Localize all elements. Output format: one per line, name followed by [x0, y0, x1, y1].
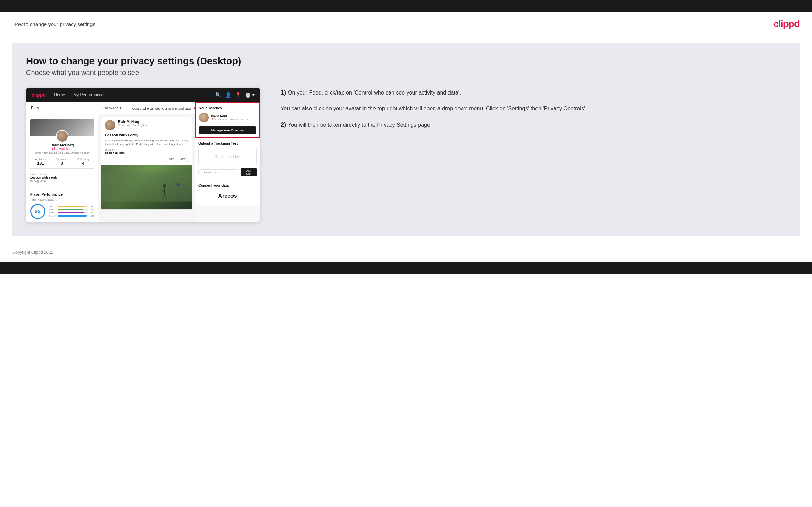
app-main: Following ▾ Control who can see your act…: [98, 102, 195, 222]
trackman-section: Upload a Trackman Test Trackman Link Add…: [195, 138, 260, 180]
header-title: How to change your privacy settings: [12, 21, 95, 27]
tag-ott: OTT: [166, 157, 176, 162]
app-nav-right: 🔍 👤 📍 ⬤ ▾: [215, 92, 255, 98]
connect-title: Connect your data: [198, 184, 257, 187]
followers-value: 3: [56, 161, 67, 166]
tpq-label: Total Player Quality ⓘ: [30, 198, 94, 202]
trackman-title: Upload a Trackman Test: [198, 142, 257, 145]
app-nav-performance[interactable]: My Performance: [73, 92, 104, 97]
coaches-section: Your Coaches David Ford 📍 Royal North De…: [195, 102, 260, 138]
profile-divider: [30, 168, 94, 169]
instruction-2: 2) You will then be taken directly to th…: [281, 120, 779, 130]
profile-name: Blair McHarg: [30, 143, 94, 147]
add-link-button[interactable]: Add Link: [241, 168, 257, 176]
app-sidebar: Feed Blair McHarg Plus Handicap Royal No…: [26, 102, 98, 222]
top-bar: [0, 0, 812, 12]
post-tags: OTT APP: [101, 157, 192, 165]
post-title: Lesson with Fordy: [101, 133, 192, 139]
tpq-circle: 92: [30, 204, 45, 219]
control-link[interactable]: Control who can see your activity and da…: [132, 107, 191, 110]
tpq-container: 92 OTT 90 APP 85: [30, 204, 94, 219]
bar-ott: OTT 90: [49, 205, 94, 208]
post-avatar: [105, 120, 115, 130]
control-link-container: Control who can see your activity and da…: [132, 105, 191, 111]
profile-avatar: [56, 130, 68, 142]
post-header: Blair McHarg Yesterday · Sunningdale: [101, 117, 192, 133]
header: How to change your privacy settings clip…: [0, 12, 812, 36]
followers-label: Followers: [56, 158, 67, 161]
bar-app: APP 85: [49, 208, 94, 211]
profile-stats: Activities 131 Followers 3 Following 4: [30, 158, 94, 166]
tag-app: APP: [178, 157, 188, 162]
coach-location-icon: 📍: [211, 118, 214, 121]
activities-value: 131: [35, 161, 46, 166]
location-icon[interactable]: 📍: [235, 92, 241, 98]
trackman-placeholder-text: Trackman Link: [202, 155, 253, 159]
app-logo: clippd: [32, 92, 46, 98]
app-nav-home[interactable]: Home: [54, 92, 65, 97]
instruction-1-extra: You can also click on your avatar in the…: [281, 106, 586, 111]
post-duration-label: Duration: [101, 148, 192, 151]
footer: Copyright Clippd 2022: [0, 243, 812, 262]
coach-name: David Ford: [211, 114, 250, 118]
page-heading: How to change your privacy settings (Des…: [26, 56, 786, 67]
bar-arg: ARG 86: [49, 211, 94, 214]
profile-club: Royal North Devon Golf Club, United King…: [30, 151, 94, 154]
bottom-bar: [0, 262, 812, 274]
svg-point-6: [176, 183, 180, 186]
app-body: Feed Blair McHarg Plus Handicap Royal No…: [26, 102, 260, 222]
app-main-header: Following ▾ Control who can see your act…: [98, 102, 195, 114]
info-icon: ⓘ: [55, 199, 57, 201]
tpq-bars: OTT 90 APP 85 ARG: [49, 205, 94, 218]
stat-followers: Followers 3: [56, 158, 67, 166]
instruction-2-text: You will then be taken directly to the P…: [288, 122, 432, 128]
trackman-input-row: Add Link: [198, 168, 257, 176]
player-performance-title: Player Performance: [30, 192, 94, 196]
latest-activity-date: 03 Aug 2022: [30, 179, 94, 183]
content-layout: clippd Home My Performance 🔍 👤 📍 ⬤ ▾ Fee…: [26, 88, 786, 222]
connect-section: Connect your data Arccos: [195, 180, 260, 205]
instruction-1: 1) On your Feed, click/tap on 'Control w…: [281, 88, 779, 113]
latest-activity: Latest Activity Lesson with Fordy 03 Aug…: [30, 172, 94, 184]
post-date-location: Yesterday · Sunningdale: [118, 124, 188, 127]
app-screenshot: clippd Home My Performance 🔍 👤 📍 ⬤ ▾ Fee…: [26, 88, 260, 222]
avatar-icon[interactable]: ⬤ ▾: [245, 92, 255, 98]
svg-point-1: [163, 184, 166, 188]
page-subheading: Choose what you want people to see: [26, 69, 786, 77]
post-duration-value: 01 hr : 30 min: [101, 151, 192, 157]
copyright: Copyright Clippd 2022: [12, 250, 53, 255]
post-meta: Blair McHarg Yesterday · Sunningdale: [118, 120, 188, 127]
trackman-input[interactable]: [198, 169, 239, 175]
manage-coaches-button[interactable]: Manage Your Coaches: [199, 126, 256, 134]
logo: clippd: [773, 19, 800, 30]
profile-handicap: Plus Handicap: [30, 147, 94, 151]
search-icon[interactable]: 🔍: [215, 92, 221, 98]
coach-avatar: [199, 113, 209, 122]
instruction-1-number: 1): [281, 89, 288, 96]
following-value: 4: [77, 161, 89, 166]
feed-tab[interactable]: Feed: [26, 102, 98, 114]
app-right-sidebar: Your Coaches David Ford 📍 Royal North De…: [195, 102, 260, 222]
app-nav: clippd Home My Performance 🔍 👤 📍 ⬤ ▾: [26, 88, 260, 102]
stat-activities: Activities 131: [35, 158, 46, 166]
trackman-placeholder: Trackman Link: [198, 148, 257, 165]
coach-club-row: 📍 Royal North Devon Golf Club: [211, 118, 250, 121]
latest-activity-name: Lesson with Fordy: [30, 176, 94, 179]
following-button[interactable]: Following ▾: [102, 106, 122, 110]
coach-club: Royal North Devon Golf Club: [215, 118, 250, 121]
instruction-2-number: 2): [281, 121, 288, 128]
chevron-down-icon: ▾: [120, 106, 122, 110]
header-divider: [12, 36, 800, 36]
activities-label: Activities: [35, 158, 46, 161]
post-card: Blair McHarg Yesterday · Sunningdale Les…: [101, 117, 192, 210]
person-icon[interactable]: 👤: [225, 92, 231, 98]
coach-info: David Ford 📍 Royal North Devon Golf Club: [211, 114, 250, 121]
instruction-1-text: On your Feed, click/tap on 'Control who …: [288, 90, 461, 96]
arccos-logo: Arccos: [198, 190, 257, 202]
coaches-title: Your Coaches: [199, 106, 256, 110]
main-content: How to change your privacy settings (Des…: [12, 43, 800, 236]
profile-banner: [30, 119, 94, 136]
instructions-panel: 1) On your Feed, click/tap on 'Control w…: [274, 88, 786, 137]
coach-item: David Ford 📍 Royal North Devon Golf Club: [199, 113, 256, 122]
profile-card: Blair McHarg Plus Handicap Royal North D…: [26, 114, 98, 189]
